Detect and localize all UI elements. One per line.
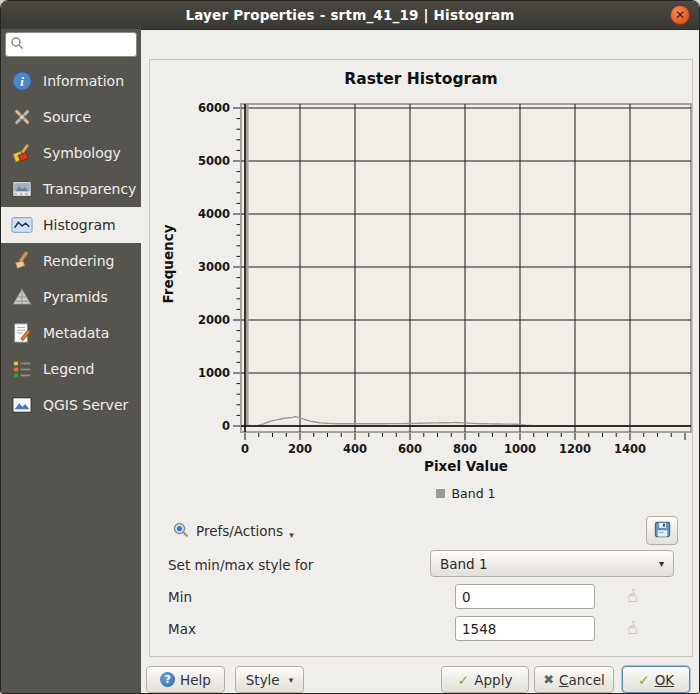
sidebar-item-label: Rendering (43, 253, 115, 269)
band-select-value: Band 1 (440, 556, 488, 572)
save-icon (653, 520, 672, 542)
legend-icon (10, 357, 34, 381)
svg-text:i: i (20, 75, 24, 89)
svg-text:200: 200 (288, 442, 312, 456)
chevron-down-icon: ▾ (289, 675, 294, 685)
qgis-server-icon (10, 393, 34, 417)
sidebar-item-histogram[interactable]: Histogram (1, 207, 141, 243)
symbology-icon (10, 141, 34, 165)
sidebar: i Information Source Symbology (1, 29, 141, 694)
svg-text:3000: 3000 (198, 260, 230, 274)
sidebar-item-label: Source (43, 109, 91, 125)
sidebar-item-source[interactable]: Source (1, 99, 141, 135)
pyramids-icon (10, 285, 34, 309)
chevron-down-icon: ▾ (289, 530, 294, 540)
x-axis-label: Pixel Value (241, 458, 691, 474)
save-histogram-button[interactable] (646, 516, 678, 545)
title-bar: Layer Properties - srtm_41_19 | Histogra… (1, 1, 699, 30)
min-label: Min (168, 589, 192, 605)
histogram-panel: Raster Histogram 02004006008001000120014… (149, 59, 693, 657)
close-icon: ✕ (675, 8, 685, 22)
min-input[interactable] (455, 584, 595, 609)
svg-text:400: 400 (343, 442, 367, 456)
check-icon: ✓ (638, 672, 650, 688)
max-input[interactable] (455, 616, 595, 641)
prefs-actions-button[interactable]: Prefs/Actions ▾ (166, 518, 300, 544)
sidebar-item-legend[interactable]: Legend (1, 351, 141, 387)
max-label: Max (168, 621, 196, 637)
svg-text:4000: 4000 (198, 207, 230, 221)
sidebar-item-label: Legend (43, 361, 94, 377)
max-pick-hand-icon[interactable]: ☝ (618, 614, 646, 642)
information-icon: i (10, 69, 34, 93)
source-icon (10, 105, 34, 129)
style-button[interactable]: Style ▾ (235, 666, 304, 693)
transparency-icon (10, 177, 34, 201)
sidebar-item-label: Information (43, 73, 124, 89)
sidebar-item-label: Symbology (43, 145, 121, 161)
svg-text:1400: 1400 (614, 442, 646, 456)
sidebar-item-pyramids[interactable]: Pyramids (1, 279, 141, 315)
sidebar-item-symbology[interactable]: Symbology (1, 135, 141, 171)
svg-text:1000: 1000 (198, 366, 230, 380)
min-pick-hand-icon[interactable]: ☝ (618, 582, 646, 610)
rendering-icon (10, 249, 34, 273)
svg-text:1000: 1000 (504, 442, 536, 456)
prefs-actions-label: Prefs/Actions (196, 523, 283, 539)
sidebar-list: i Information Source Symbology (1, 63, 141, 423)
sidebar-item-label: QGIS Server (43, 397, 128, 413)
sidebar-item-rendering[interactable]: Rendering (1, 243, 141, 279)
sidebar-item-information[interactable]: i Information (1, 63, 141, 99)
cancel-button[interactable]: ✖ Cancel (534, 666, 614, 693)
sidebar-item-label: Histogram (43, 217, 116, 233)
histogram-plot[interactable]: 0200400600800100012001400010002000300040… (150, 60, 694, 512)
search-icon (10, 35, 24, 54)
close-button[interactable]: ✕ (670, 5, 690, 25)
band-select[interactable]: Band 1 ▾ (430, 550, 674, 577)
sidebar-item-label: Transparency (43, 181, 136, 197)
chart-legend: Band 1 (241, 486, 691, 501)
layer-properties-dialog: Layer Properties - srtm_41_19 | Histogra… (0, 0, 700, 694)
y-axis-label: Frequency (160, 184, 176, 344)
search-input[interactable] (24, 37, 128, 53)
histogram-icon (10, 213, 34, 237)
chevron-down-icon: ▾ (659, 558, 664, 569)
help-icon: ? (160, 672, 175, 687)
sidebar-item-transparency[interactable]: Transparency (1, 171, 141, 207)
svg-text:0: 0 (241, 442, 249, 456)
svg-text:0: 0 (222, 419, 230, 433)
legend-band1-label: Band 1 (451, 486, 495, 501)
svg-text:5000: 5000 (198, 154, 230, 168)
sidebar-item-qgis-server[interactable]: QGIS Server (1, 387, 141, 423)
apply-label: Apply (474, 672, 512, 688)
sidebar-item-label: Metadata (43, 325, 109, 341)
ok-button[interactable]: ✓ OK (622, 666, 690, 693)
sidebar-search[interactable] (5, 32, 137, 57)
prefs-actions-icon (172, 521, 190, 542)
svg-text:6000: 6000 (198, 101, 230, 115)
sidebar-item-label: Pyramids (43, 289, 108, 305)
metadata-icon (10, 321, 34, 345)
cancel-label: Cancel (559, 672, 605, 688)
check-icon: ✓ (458, 672, 470, 688)
svg-text:2000: 2000 (198, 313, 230, 327)
legend-band1-marker (436, 489, 445, 498)
sidebar-item-metadata[interactable]: Metadata (1, 315, 141, 351)
help-label: Help (180, 672, 211, 688)
ok-label: OK (655, 672, 674, 688)
cross-icon: ✖ (543, 672, 554, 687)
set-minmax-label: Set min/max style for (168, 557, 313, 573)
svg-text:1200: 1200 (559, 442, 591, 456)
apply-button[interactable]: ✓ Apply (441, 666, 529, 693)
help-button[interactable]: ? Help (146, 666, 225, 693)
svg-text:600: 600 (398, 442, 422, 456)
window-title: Layer Properties - srtm_41_19 | Histogra… (185, 7, 514, 23)
style-label: Style (246, 672, 280, 688)
svg-text:800: 800 (453, 442, 477, 456)
